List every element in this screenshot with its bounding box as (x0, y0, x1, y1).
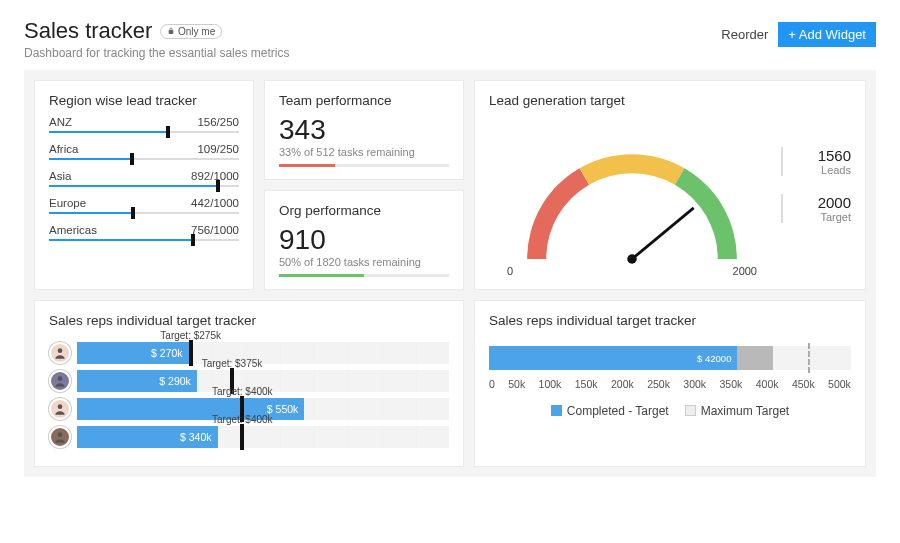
reorder-button[interactable]: Reorder (721, 27, 768, 42)
region-value: 756/1000 (191, 224, 239, 236)
axis-tick: 350k (720, 378, 743, 390)
summary-value-label: $ 42000 (697, 353, 731, 364)
gauge-value-number: 1560 (789, 147, 851, 164)
reps-individual-card: Sales reps individual target tracker Tar… (34, 300, 464, 467)
org-performance-subtitle: 50% of 1820 tasks remaining (279, 256, 449, 268)
gauge-chart (489, 116, 775, 269)
legend-max: Maximum Target (701, 404, 789, 418)
region-value: 109/250 (197, 143, 239, 155)
svg-line-0 (632, 208, 694, 259)
axis-tick: 150k (575, 378, 598, 390)
rep-value-label: $ 340k (180, 431, 212, 443)
axis-tick: 250k (647, 378, 670, 390)
add-widget-button[interactable]: + Add Widget (778, 22, 876, 47)
rep-bar: $ 340k (77, 426, 449, 448)
org-performance-bar (279, 274, 449, 277)
svg-point-1 (627, 254, 637, 264)
svg-point-4 (58, 404, 63, 409)
team-performance-subtitle: 33% of 512 tasks remaining (279, 146, 449, 158)
axis-tick: 200k (611, 378, 634, 390)
team-performance-card: Team performance 343 33% of 512 tasks re… (264, 80, 464, 180)
gauge-max-label: 2000 (733, 265, 757, 277)
page-title: Sales tracker (24, 18, 152, 44)
team-performance-value: 343 (279, 116, 449, 144)
org-performance-value: 910 (279, 226, 449, 254)
reps-summary-card: Sales reps individual target tracker $ 4… (474, 300, 866, 467)
reps-summary-bar: $ 42000 (489, 346, 851, 370)
gauge-value-stat: 1560 Leads (781, 147, 851, 176)
region-row: ANZ156/250 (49, 116, 239, 133)
legend-completed: Completed - Target (567, 404, 669, 418)
region-slider[interactable] (49, 131, 239, 133)
region-value: 442/1000 (191, 197, 239, 209)
org-performance-card: Org performance 910 50% of 1820 tasks re… (264, 190, 464, 290)
reps-summary-title: Sales reps individual target tracker (489, 313, 851, 328)
region-slider[interactable] (49, 185, 239, 187)
privacy-badge: Only me (160, 24, 222, 39)
reps-summary-legend: Completed - Target Maximum Target (489, 404, 851, 418)
region-row: Americas756/1000 (49, 224, 239, 241)
region-tracker-card: Region wise lead tracker ANZ156/250Afric… (34, 80, 254, 290)
org-performance-title: Org performance (279, 203, 449, 218)
gauge-target-number: 2000 (789, 194, 851, 211)
region-row: Europe442/1000 (49, 197, 239, 214)
region-value: 156/250 (197, 116, 239, 128)
svg-point-2 (58, 348, 63, 353)
avatar (49, 426, 71, 448)
region-name: Asia (49, 170, 71, 182)
axis-tick: 450k (792, 378, 815, 390)
lock-icon (167, 26, 175, 37)
region-name: Americas (49, 224, 97, 236)
rep-value-label: $ 290k (159, 375, 191, 387)
avatar (49, 342, 71, 364)
gauge-target-suffix: Target (789, 211, 851, 223)
rep-value-label: $ 270k (151, 347, 183, 359)
region-tracker-title: Region wise lead tracker (49, 93, 239, 108)
reps-individual-title: Sales reps individual target tracker (49, 313, 449, 328)
region-row: Africa109/250 (49, 143, 239, 160)
region-slider[interactable] (49, 239, 239, 241)
rep-bar: $ 270k (77, 342, 449, 364)
axis-tick: 0 (489, 378, 495, 390)
region-slider[interactable] (49, 212, 239, 214)
region-value: 892/1000 (191, 170, 239, 182)
gauge-target-stat: 2000 Target (781, 194, 851, 223)
svg-point-3 (58, 376, 63, 381)
axis-tick: 500k (828, 378, 851, 390)
reps-summary-axis: 050k100k150k200k250k300k350k400k450k500k (489, 378, 851, 390)
region-row: Asia892/1000 (49, 170, 239, 187)
region-slider[interactable] (49, 158, 239, 160)
page-subtitle: Dashboard for tracking the essantial sal… (24, 46, 289, 60)
axis-tick: 50k (508, 378, 525, 390)
axis-tick: 300k (683, 378, 706, 390)
region-name: ANZ (49, 116, 72, 128)
avatar (49, 398, 71, 420)
gauge-min-label: 0 (507, 265, 513, 277)
dashboard-board: Region wise lead tracker ANZ156/250Afric… (24, 70, 876, 477)
rep-row: Target: $400k$ 340k (49, 426, 449, 448)
axis-tick: 100k (539, 378, 562, 390)
gauge-value-suffix: Leads (789, 164, 851, 176)
axis-tick: 400k (756, 378, 779, 390)
team-performance-title: Team performance (279, 93, 449, 108)
region-name: Africa (49, 143, 78, 155)
avatar (49, 370, 71, 392)
region-name: Europe (49, 197, 86, 209)
team-performance-bar (279, 164, 449, 167)
privacy-label: Only me (178, 26, 215, 37)
lead-generation-card: Lead generation target 0 2000 1560 Leads… (474, 80, 866, 290)
svg-point-5 (58, 432, 63, 437)
lead-generation-title: Lead generation target (489, 93, 775, 108)
